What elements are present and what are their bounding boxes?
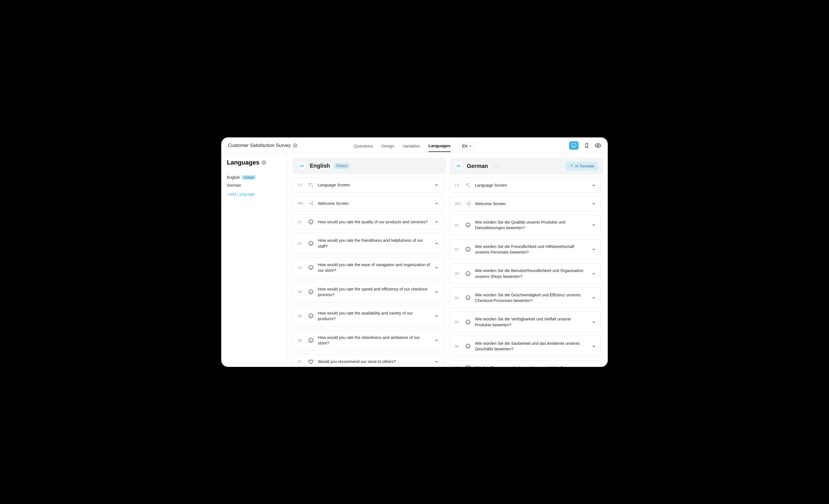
svg-point-8: [309, 183, 310, 184]
question-row[interactable]: 04Wie würden Sie die Geschwindigkeit und…: [449, 287, 601, 308]
question-row[interactable]: WSWelcome Screen: [292, 196, 444, 211]
svg-point-41: [466, 296, 470, 300]
panel-body[interactable]: LSLanguage ScreenWSWelcome Screen01Wie w…: [449, 178, 603, 367]
chevron-down-icon: [592, 366, 596, 367]
svg-point-26: [309, 338, 313, 343]
question-row[interactable]: 07Würden Sie unseren Laden anderen empfe…: [449, 360, 601, 367]
mobile-view-button[interactable]: [582, 141, 591, 150]
row-number: 04: [298, 289, 304, 294]
smile-icon: [466, 344, 470, 349]
row-text: Language Screen: [475, 183, 587, 188]
add-language-button[interactable]: +Add Language: [227, 189, 282, 199]
row-text: How would you rate the friendliness and …: [318, 238, 430, 249]
default-badge: Default: [242, 175, 256, 180]
nav-languages[interactable]: Languages: [429, 142, 450, 152]
smile-icon: [466, 247, 470, 252]
svg-point-30: [469, 186, 470, 187]
question-row[interactable]: 06Wie würden Sie die Sauberkeit und das …: [449, 336, 601, 357]
question-row[interactable]: 05How would you rate the availability an…: [292, 306, 444, 326]
lang-code-chip: DE: [455, 162, 463, 170]
ai-translate-button[interactable]: AI Translate: [566, 162, 598, 170]
chevron-down-icon: [435, 338, 439, 342]
survey-title-wrap: Customer Satisfaction Survey: [228, 143, 297, 148]
question-row[interactable]: 07Would you recommend our store to other…: [292, 354, 444, 366]
row-text: Wie würden Sie die Geschwindigkeit und E…: [475, 292, 587, 304]
row-text: How would you rate the cleanliness and a…: [318, 335, 430, 346]
row-number: 07: [298, 360, 304, 364]
row-number: 02: [455, 247, 461, 251]
chevron-down-icon: [435, 183, 439, 187]
question-row[interactable]: 01How would you rate the quality of our …: [292, 215, 444, 229]
row-number: 02: [298, 241, 304, 245]
row-number: 07: [455, 365, 461, 366]
question-row[interactable]: 06How would you rate the cleanliness and…: [292, 330, 444, 351]
question-row[interactable]: 02Wie würden Sie die Freundlichkeit und …: [449, 239, 601, 260]
sidebar-item-german[interactable]: German: [227, 181, 282, 189]
lang-selector[interactable]: EN: [459, 142, 475, 150]
panel-title: English: [310, 163, 330, 169]
chevron-down-icon: [592, 344, 596, 348]
dash-separator: —: [494, 163, 498, 168]
desktop-view-button[interactable]: [569, 141, 579, 150]
row-text: Würden Sie unseren Laden anderen empfehl…: [475, 365, 587, 367]
preview-icon[interactable]: [595, 143, 601, 149]
chevron-down-icon: [592, 272, 596, 276]
row-number: 05: [298, 314, 304, 318]
row-text: Would you recommend our store to others?: [318, 359, 430, 364]
question-row[interactable]: 04How would you rate the speed and effic…: [292, 281, 444, 303]
svg-point-9: [312, 186, 313, 187]
question-row[interactable]: LSLanguage Screen: [292, 178, 444, 193]
sidebar-item-english[interactable]: EnglishDefault: [227, 173, 282, 181]
main-area: Languages EnglishDefaultGerman +Add Lang…: [221, 153, 608, 367]
row-text: Language Screen: [318, 182, 430, 188]
smile-icon: [466, 223, 470, 228]
gear-icon[interactable]: [293, 143, 297, 148]
row-text: How would you rate the ease of navigatio…: [318, 262, 430, 273]
chevron-down-icon: [435, 360, 439, 364]
smile-icon: [466, 295, 470, 300]
svg-point-20: [309, 289, 313, 294]
svg-point-7: [263, 162, 264, 163]
language-icon: [466, 183, 470, 188]
question-row[interactable]: 02How would you rate the friendliness an…: [292, 233, 444, 254]
row-number: LS: [298, 183, 304, 187]
row-number: 03: [455, 271, 461, 276]
chevron-down-icon: [435, 314, 439, 318]
smile-icon: [309, 220, 313, 225]
row-text: Wie würden Sie die Sauberkeit und das Am…: [475, 341, 587, 352]
language-icon: [309, 183, 313, 188]
svg-point-35: [466, 247, 470, 251]
smile-icon: [309, 265, 313, 270]
svg-point-47: [466, 344, 470, 348]
question-row[interactable]: 03Wie würden Sie die Benutzerfreundlichk…: [449, 263, 601, 284]
panel-de: DEGerman—AI TranslateLSLanguage ScreenWS…: [449, 158, 603, 367]
top-nav: QuestionsDesignVariablesLanguagesEN: [354, 142, 475, 149]
chevron-down-icon: [469, 145, 472, 148]
row-text: Wie würden Sie die Verfügbarkeit und Vie…: [475, 316, 587, 328]
panel-body[interactable]: LSLanguage ScreenWSWelcome Screen01How w…: [292, 178, 446, 367]
question-row[interactable]: WSWelcome Screen: [449, 196, 601, 211]
row-text: Wie würden Sie die Freundlichkeit und Hi…: [475, 244, 587, 255]
svg-point-14: [309, 241, 313, 245]
question-row[interactable]: 01Wie würden Sie die Qualität unserer Pr…: [449, 215, 601, 236]
sparkle-icon: [570, 164, 574, 168]
question-row[interactable]: LSLanguage Screen: [449, 178, 601, 193]
sidebar-title: Languages: [227, 159, 259, 166]
nav-variables[interactable]: Variables: [403, 142, 420, 152]
chevron-down-icon: [592, 247, 596, 251]
app-window: Customer Satisfaction Survey QuestionsDe…: [221, 138, 608, 367]
gear-icon[interactable]: [261, 160, 266, 165]
question-row[interactable]: 05Wie würden Sie die Verfügbarkeit und V…: [449, 311, 601, 333]
svg-point-23: [309, 314, 313, 318]
panel-title: German: [467, 163, 488, 169]
chevron-down-icon: [592, 183, 596, 187]
panels-container: ENEnglishDefaultLSLanguage ScreenWSWelco…: [288, 153, 608, 367]
question-row[interactable]: 03How would you rate the ease of navigat…: [292, 257, 444, 278]
nav-questions[interactable]: Questions: [354, 142, 373, 152]
row-text: How would you rate the availability and …: [318, 310, 430, 322]
nav-design[interactable]: Design: [381, 142, 394, 152]
lang-code-chip: EN: [297, 162, 306, 170]
svg-point-17: [309, 266, 313, 270]
row-text: How would you rate the speed and efficie…: [318, 286, 430, 298]
smile-icon: [309, 338, 313, 343]
